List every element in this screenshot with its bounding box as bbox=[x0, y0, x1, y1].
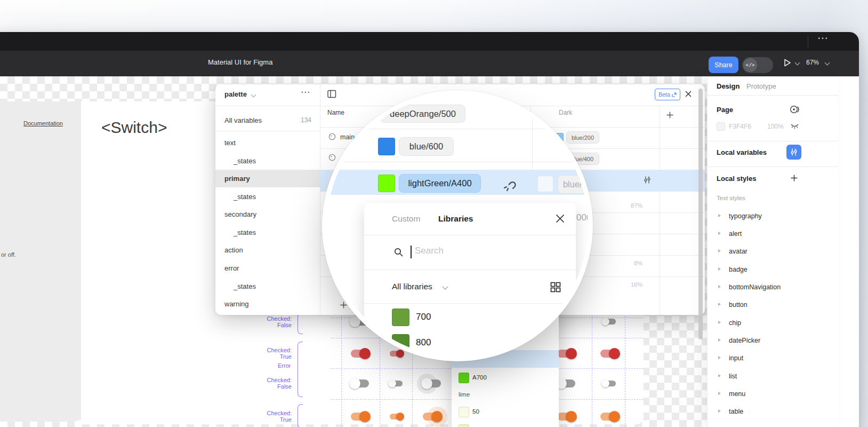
present-play-icon[interactable] bbox=[783, 58, 792, 67]
value-chip-magnified[interactable]: blue/600 bbox=[399, 137, 454, 156]
expand-chevron-icon[interactable] bbox=[718, 338, 721, 342]
library-item-800[interactable]: 800 bbox=[416, 337, 431, 348]
create-variable-icon[interactable] bbox=[340, 302, 347, 309]
text-style-item[interactable]: typography bbox=[729, 212, 762, 220]
page-bg-opacity[interactable]: 100% bbox=[767, 123, 784, 130]
share-button[interactable]: Share bbox=[709, 57, 738, 73]
expand-chevron-icon[interactable] bbox=[718, 285, 721, 288]
page-bg-hex[interactable]: F3F4F6 bbox=[729, 123, 751, 130]
zoom-level[interactable]: 67% bbox=[806, 59, 819, 66]
sidebar-group-states[interactable]: _states bbox=[234, 282, 256, 290]
collection-dropdown[interactable]: palette bbox=[224, 90, 247, 98]
row-settings-sliders-icon[interactable] bbox=[643, 176, 652, 184]
text-style-item[interactable]: alert bbox=[729, 230, 742, 238]
text-style-item[interactable]: chip bbox=[729, 319, 741, 327]
switch-unchecked[interactable] bbox=[350, 378, 370, 389]
switch-unchecked[interactable] bbox=[602, 379, 617, 388]
switch-warning-checked[interactable] bbox=[350, 411, 370, 422]
search-input[interactable] bbox=[414, 245, 523, 257]
dev-mode-toggle[interactable]: </> bbox=[742, 57, 773, 73]
value-chip[interactable]: blue/200 bbox=[566, 131, 599, 144]
close-modal-icon[interactable] bbox=[685, 90, 692, 98]
switch-unchecked[interactable] bbox=[389, 379, 404, 388]
switch-warning-checked[interactable] bbox=[599, 411, 620, 422]
tab-design[interactable]: Design bbox=[717, 82, 740, 90]
dropdown-item-a700[interactable]: A700 bbox=[472, 374, 487, 381]
sidebar-group-primary[interactable]: primary bbox=[224, 175, 250, 183]
tab-custom[interactable]: Custom bbox=[392, 214, 420, 224]
switch-warning-checked[interactable] bbox=[556, 411, 576, 422]
apply-variable-icon[interactable] bbox=[790, 105, 800, 114]
switch-error-checked[interactable] bbox=[556, 348, 576, 359]
close-dialog-icon[interactable] bbox=[555, 213, 565, 224]
text-style-item[interactable]: list bbox=[729, 373, 737, 380]
panel-divider bbox=[708, 141, 838, 141]
expand-chevron-icon[interactable] bbox=[718, 409, 721, 413]
open-variables-button[interactable] bbox=[786, 145, 801, 160]
switch-error-checked[interactable] bbox=[599, 348, 620, 359]
swatch-blue-600[interactable] bbox=[378, 138, 395, 155]
switch-unchecked-hover[interactable] bbox=[422, 378, 442, 389]
beta-badge[interactable]: Beta bbox=[655, 89, 680, 100]
sidebar-group-action[interactable]: action bbox=[224, 246, 243, 254]
switch-unchecked[interactable] bbox=[602, 318, 617, 326]
switch-error-checked[interactable] bbox=[350, 348, 370, 359]
sidebar-group-states[interactable]: _states bbox=[234, 193, 256, 201]
library-item-700[interactable]: 700 bbox=[416, 312, 431, 322]
swatch-blue-50[interactable] bbox=[537, 176, 553, 192]
text-style-item[interactable]: button bbox=[729, 301, 748, 309]
documentation-card bbox=[0, 101, 81, 422]
collection-menu-button[interactable]: ⋯ bbox=[301, 86, 310, 98]
switch-unchecked[interactable] bbox=[556, 378, 576, 389]
switch-warning-checked-hover[interactable] bbox=[422, 411, 442, 422]
text-style-item[interactable]: datePicker bbox=[729, 337, 760, 344]
toggle-sidebar-icon[interactable] bbox=[327, 90, 336, 98]
value-chip-selected-magnified[interactable]: lightGreen/A400 bbox=[399, 174, 481, 193]
expand-chevron-icon[interactable] bbox=[718, 303, 721, 306]
expand-chevron-icon[interactable] bbox=[718, 356, 721, 359]
expand-chevron-icon[interactable] bbox=[718, 214, 721, 217]
all-libraries-dropdown[interactable]: All libraries bbox=[392, 282, 432, 291]
tab-prototype[interactable]: Prototype bbox=[746, 82, 776, 90]
text-style-item[interactable]: input bbox=[729, 354, 743, 362]
add-style-icon[interactable] bbox=[791, 175, 798, 181]
file-title[interactable]: Material UI for Figma bbox=[208, 58, 272, 66]
switch-error-checked[interactable] bbox=[389, 350, 404, 358]
add-mode-icon[interactable] bbox=[666, 112, 673, 118]
text-style-item[interactable]: bottomNavigation bbox=[729, 283, 781, 291]
expand-chevron-icon[interactable] bbox=[718, 232, 721, 235]
modal-scrollbar[interactable] bbox=[698, 89, 703, 339]
switch-warning-checked[interactable] bbox=[389, 413, 404, 421]
modal-sidebar-divider bbox=[320, 84, 320, 315]
dropdown-item-50[interactable]: 50 bbox=[472, 408, 479, 415]
expand-chevron-icon[interactable] bbox=[718, 321, 721, 324]
documentation-link[interactable]: Documentation bbox=[23, 120, 63, 126]
text-style-item[interactable]: avatar bbox=[729, 248, 748, 255]
page-bg-swatch[interactable] bbox=[717, 122, 725, 131]
text-style-item[interactable]: badge bbox=[729, 266, 748, 273]
expand-chevron-icon[interactable] bbox=[718, 374, 721, 377]
visibility-hidden-eye-icon[interactable] bbox=[790, 122, 799, 130]
sidebar-group-error[interactable]: error bbox=[224, 264, 239, 272]
magnifier-lens: deepOrange/500 blue/600 lightGreen/A400 … bbox=[327, 95, 588, 357]
sidebar-group-warning[interactable]: warning bbox=[224, 300, 249, 308]
libraries-chevron-icon[interactable] bbox=[442, 283, 448, 289]
sidebar-group-secondary[interactable]: secondary bbox=[224, 210, 256, 218]
variable-name-main[interactable]: main bbox=[340, 133, 355, 141]
sidebar-group-states[interactable]: _states bbox=[234, 228, 256, 236]
swatch-lightgreen-a400[interactable] bbox=[378, 175, 395, 192]
expand-chevron-icon[interactable] bbox=[718, 392, 721, 395]
tab-libraries[interactable]: Libraries bbox=[438, 214, 473, 224]
text-style-item[interactable]: table bbox=[729, 408, 743, 415]
detach-variable-icon[interactable] bbox=[502, 177, 518, 193]
expand-chevron-icon[interactable] bbox=[718, 267, 721, 271]
expand-chevron-icon[interactable] bbox=[718, 249, 721, 252]
text-style-item[interactable]: menu bbox=[729, 390, 745, 398]
collection-chevron-icon[interactable] bbox=[251, 92, 256, 98]
all-variables-item[interactable]: All variables bbox=[224, 116, 262, 124]
sidebar-group-text[interactable]: text bbox=[224, 139, 236, 147]
sidebar-group-states[interactable]: _states bbox=[234, 157, 256, 165]
window-menu-button[interactable]: ⋯ bbox=[817, 31, 828, 44]
color-variable-icon bbox=[328, 154, 336, 161]
grid-view-icon[interactable] bbox=[550, 282, 561, 292]
